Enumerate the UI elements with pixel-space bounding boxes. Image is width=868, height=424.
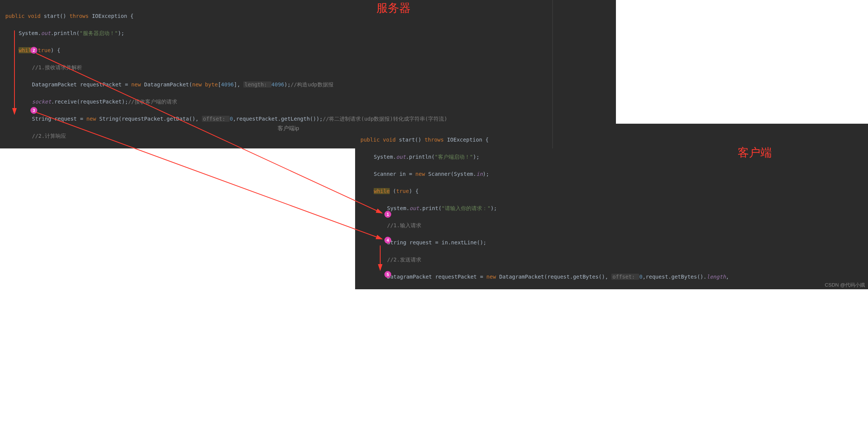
code-text: DatagramPacket(request.getBytes(),	[499, 274, 611, 280]
code-line: socket.receive(requestPacket);//接收客户端的请求	[5, 97, 611, 106]
code-text: System.	[374, 154, 396, 160]
code-text: Scanner in =	[374, 171, 416, 177]
field: socket	[32, 99, 51, 105]
code-text: .println(	[406, 154, 435, 160]
divider	[552, 0, 553, 148]
number: 4096	[221, 81, 234, 88]
code-text: ,requestPacket.getLength());	[233, 116, 323, 122]
field: length	[706, 274, 726, 280]
comment: //1.接收请求并解析	[32, 64, 82, 70]
keyword: new	[416, 171, 428, 177]
code-line: System.out.print("请输入你的请求：");	[360, 204, 863, 213]
keyword: public	[360, 137, 383, 143]
method-name: start	[44, 13, 60, 19]
code-text: ,	[726, 274, 729, 280]
keyword: void	[28, 13, 44, 19]
code-text: );	[483, 171, 489, 177]
code-line: public void start() throws IOException {	[5, 12, 611, 21]
param-hint: offset:	[611, 274, 639, 280]
code-text: (	[390, 188, 396, 194]
number: 0	[230, 116, 233, 122]
client-label: 客户端	[738, 148, 772, 157]
code-text: );	[118, 30, 124, 36]
code-text: ()	[415, 137, 424, 143]
code-text: String(requestPacket.getData(),	[99, 116, 202, 122]
step-marker-1: 1	[384, 211, 391, 218]
code-text: DatagramPacket requestPacket =	[387, 274, 486, 280]
code-line: Scanner in = new Scanner(System.in);	[360, 170, 863, 179]
server-label: 服务器	[376, 4, 411, 13]
code-line: String request = in.nextLine();	[360, 238, 863, 247]
code-text: Scanner(System.	[428, 171, 476, 177]
code-line: System.out.println("服务器启动！");	[5, 29, 611, 38]
code-text: );	[490, 205, 497, 211]
keyword: throws	[425, 137, 447, 143]
keyword: throws	[70, 13, 92, 19]
number: 0	[639, 274, 642, 280]
code-text: .print(	[419, 205, 441, 211]
comment: //2.发送请求	[387, 257, 421, 263]
step-marker-2: 2	[30, 47, 37, 54]
code-line: DatagramPacket requestPacket = new Datag…	[5, 80, 611, 89]
comment: //2.计算响应	[32, 133, 66, 139]
code-text: ,request.getBytes().	[643, 274, 707, 280]
code-line: DatagramPacket requestPacket = new Datag…	[360, 273, 863, 281]
comment: //将二进制请求(udp数据报)转化成字符串(字符流)	[323, 116, 447, 122]
code-text: DatagramPacket(	[144, 81, 192, 88]
watermark: CSDN @代码小娥	[825, 281, 865, 290]
field: in	[476, 171, 483, 177]
comment: //1.输入请求	[387, 222, 421, 228]
code-text: ) {	[409, 188, 419, 194]
keyword: new	[486, 274, 499, 280]
number: 4096	[271, 81, 284, 88]
step-marker-5: 5	[384, 271, 391, 278]
comment: //接收客户端的请求	[128, 99, 177, 105]
code-line: String request = new String(requestPacke…	[5, 115, 611, 123]
field: out	[41, 30, 51, 36]
code-line: //1.接收请求并解析	[5, 63, 611, 72]
code-line: System.out.println("客户端启动！");	[360, 153, 863, 161]
code-text: IOException {	[447, 137, 489, 143]
code-text: DatagramPacket requestPacket =	[32, 81, 131, 88]
code-line: //2.发送请求	[360, 255, 863, 264]
comment: //构造udp数据报	[290, 81, 333, 88]
method-name: start	[399, 137, 415, 143]
client-ip-label: 客户端ip	[278, 124, 299, 133]
code-text: IOException {	[92, 13, 134, 19]
code-line: while (true) {	[360, 187, 863, 196]
code-text: );	[284, 81, 291, 88]
keyword: true	[38, 47, 51, 53]
code-text: String request = in.nextLine();	[387, 239, 486, 245]
code-line: public void start() throws IOException {	[360, 135, 863, 144]
keyword: void	[383, 137, 399, 143]
keyword: byte	[205, 81, 218, 88]
keyword: new	[86, 116, 99, 122]
code-text: System.	[387, 205, 409, 211]
code-line: while(true) {	[5, 46, 611, 55]
code-text: .println(	[51, 30, 79, 36]
field: out	[409, 205, 419, 211]
code-text: .receive(requestPacket);	[51, 99, 128, 105]
keyword: new	[131, 81, 144, 88]
keyword: while	[374, 188, 390, 194]
client-code-panel: public void start() throws IOException {…	[355, 124, 868, 289]
code-text: ) {	[51, 47, 60, 53]
keyword: public	[5, 13, 28, 19]
string: "请输入你的请求："	[441, 205, 490, 211]
code-text: String request =	[32, 116, 86, 122]
field: out	[396, 154, 406, 160]
step-marker-4: 4	[384, 237, 391, 244]
step-marker-3: 3	[30, 107, 37, 114]
code-line: //1.输入请求	[360, 221, 863, 230]
code-text: );	[473, 154, 479, 160]
param-hint: length:	[243, 81, 271, 88]
code-text: ()	[60, 13, 69, 19]
string: "客户端启动！"	[435, 154, 473, 160]
keyword: new	[192, 81, 205, 88]
code-text: ],	[234, 81, 243, 88]
string: "服务器启动！"	[79, 30, 118, 36]
keyword: true	[396, 188, 409, 194]
param-hint: offset:	[202, 116, 230, 122]
code-text: System.	[19, 30, 41, 36]
